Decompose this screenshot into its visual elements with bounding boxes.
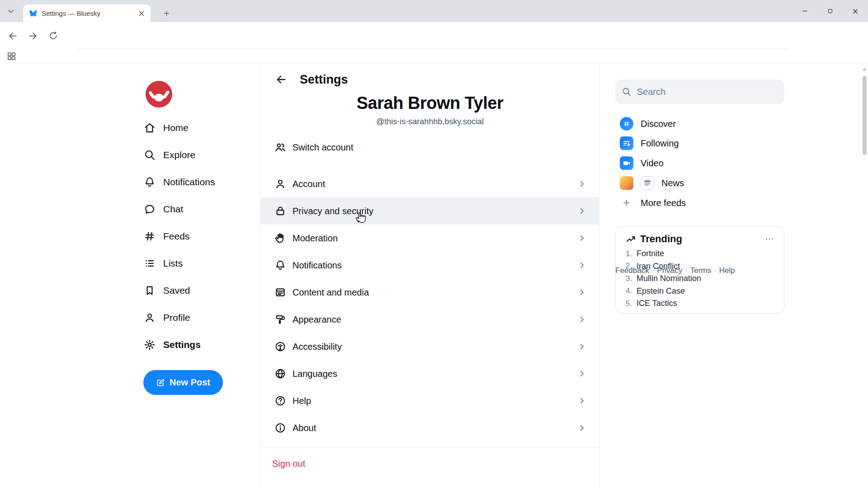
- globe-icon: [274, 368, 286, 380]
- bell-icon: [274, 259, 286, 271]
- chevron-right-icon: [577, 261, 586, 270]
- settings-row-about[interactable]: About: [261, 414, 599, 441]
- arrow-left-icon: [275, 74, 287, 85]
- trending-item[interactable]: 4.Epstein Case: [626, 285, 784, 298]
- sidebar-item-explore[interactable]: Explore: [144, 141, 248, 169]
- trending-list: 1.Fortnite 2.Iran Conflict 3.Mullin Nomi…: [616, 248, 784, 310]
- trending-item[interactable]: 1.Fortnite: [626, 248, 784, 260]
- sidebar-item-settings[interactable]: Settings: [144, 331, 248, 358]
- sidebar-item-saved[interactable]: Saved: [144, 277, 248, 304]
- more-feeds-button[interactable]: More feeds: [620, 196, 686, 210]
- trending-rank: 1.: [626, 249, 633, 258]
- trending-item[interactable]: 5.ICE Tactics: [626, 297, 784, 310]
- close-button[interactable]: [843, 0, 868, 22]
- new-tab-button[interactable]: [159, 6, 174, 20]
- bell-icon: [144, 176, 156, 188]
- discover-feed-icon: [620, 117, 633, 131]
- settings-row-account[interactable]: Account: [261, 170, 599, 197]
- sidebar-item-notifications[interactable]: Notifications: [144, 169, 248, 196]
- separator: ·: [652, 266, 655, 275]
- sidebar-item-home[interactable]: Home: [144, 114, 248, 141]
- new-post-button[interactable]: New Post: [143, 370, 223, 395]
- settings-row-label: Notifications: [292, 260, 342, 271]
- trending-label: Mullin Nomination: [637, 274, 701, 283]
- chevron-right-icon: [577, 396, 586, 405]
- news-feed-icon: [620, 176, 633, 190]
- gear-icon: [144, 339, 156, 351]
- maximize-button[interactable]: [817, 0, 843, 22]
- search-box[interactable]: [615, 80, 784, 104]
- sidebar-item-label: Profile: [163, 312, 190, 323]
- trending-label: ICE Tactics: [637, 299, 677, 308]
- more-feeds-label: More feeds: [641, 198, 686, 208]
- chevron-right-icon: [577, 315, 586, 324]
- separator: ·: [714, 266, 717, 275]
- footer-link-privacy[interactable]: Privacy: [657, 266, 682, 275]
- settings-row-privacy-and-security[interactable]: Privacy and security: [261, 197, 599, 225]
- sign-out-button[interactable]: Sign out: [272, 459, 305, 469]
- footer-link-feedback[interactable]: Feedback: [615, 266, 649, 275]
- feed-item-news[interactable]: News: [620, 176, 684, 190]
- browser-toolbar: bsky.app/settings: [0, 22, 868, 49]
- feed-label: News: [661, 178, 684, 188]
- chevron-right-icon: [577, 288, 586, 297]
- feed-item-following[interactable]: Following: [620, 136, 679, 150]
- trending-icon: [626, 234, 636, 244]
- sidebar-item-feeds[interactable]: Feeds: [144, 223, 248, 250]
- tab-search-button[interactable]: [6, 7, 15, 16]
- search-icon: [144, 149, 156, 161]
- settings-row-help[interactable]: Help: [261, 387, 599, 414]
- settings-row-appearance[interactable]: Appearance: [261, 306, 599, 333]
- sidebar-item-label: Lists: [163, 258, 183, 269]
- sidebar-item-chat[interactable]: Chat: [144, 196, 248, 223]
- settings-row-accessibility[interactable]: Accessibility: [261, 333, 599, 360]
- trending-menu-icon[interactable]: [764, 234, 775, 244]
- reload-button[interactable]: [44, 27, 62, 45]
- feed-item-discover[interactable]: Discover: [620, 117, 676, 131]
- tab-close-button[interactable]: [137, 9, 146, 18]
- sidebar-item-label: Explore: [163, 150, 195, 160]
- following-feed-icon: [620, 136, 633, 150]
- forward-nav-button[interactable]: [24, 27, 42, 45]
- plus-icon: [620, 196, 633, 210]
- settings-row-moderation[interactable]: Moderation: [261, 225, 599, 252]
- feed-item-video[interactable]: Video: [620, 156, 664, 170]
- footer-link-help[interactable]: Help: [719, 266, 735, 275]
- search-input[interactable]: [637, 87, 778, 97]
- video-feed-icon: [620, 156, 633, 170]
- new-post-label: New Post: [170, 377, 210, 388]
- back-nav-button[interactable]: [4, 27, 22, 45]
- paint-roller-icon: [274, 314, 286, 325]
- browser-tab[interactable]: Settings — Bluesky: [23, 5, 151, 22]
- sidebar-item-label: Home: [163, 122, 189, 133]
- compose-icon: [156, 378, 165, 387]
- scroll-up-button[interactable]: [862, 67, 867, 72]
- sidebar-item-profile[interactable]: Profile: [144, 304, 248, 331]
- settings-panel: Settings Sarah Brown Tyler @this-is-sara…: [260, 64, 599, 488]
- trending-rank: 4.: [626, 286, 633, 296]
- hash-icon: [144, 230, 156, 242]
- help-icon: [274, 395, 286, 407]
- back-button[interactable]: [274, 72, 289, 87]
- settings-rows: Account Privacy and security Moderation …: [261, 170, 599, 441]
- person-icon: [144, 312, 156, 324]
- tab-title: Settings — Bluesky: [42, 9, 132, 17]
- footer-links: Feedback·Privacy·Terms·Help: [615, 266, 735, 275]
- settings-row-label: Help: [292, 396, 311, 406]
- switch-account-row[interactable]: Switch account: [261, 134, 599, 160]
- scrollbar-thumb[interactable]: [863, 76, 867, 155]
- minimize-button[interactable]: [792, 0, 817, 22]
- settings-row-notifications[interactable]: Notifications: [261, 252, 599, 279]
- apps-grid-button[interactable]: [6, 51, 17, 61]
- settings-row-content-and-media[interactable]: Content and media: [261, 279, 599, 306]
- window-icon: [274, 286, 286, 298]
- bookmark-icon: [144, 285, 156, 296]
- footer-link-terms[interactable]: Terms: [690, 266, 711, 275]
- feed-label: Following: [641, 138, 679, 149]
- sidebar-item-label: Feeds: [163, 231, 189, 242]
- avatar[interactable]: [146, 81, 172, 108]
- trending-rank: 3.: [626, 274, 633, 283]
- trending-label: Epstein Case: [637, 286, 685, 296]
- settings-row-languages[interactable]: Languages: [261, 360, 599, 387]
- sidebar-item-lists[interactable]: Lists: [144, 250, 248, 277]
